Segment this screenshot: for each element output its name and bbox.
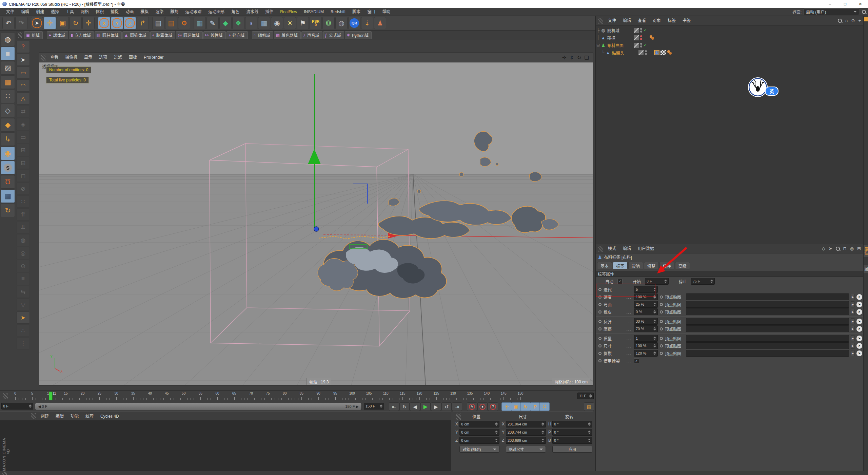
character-icon[interactable]: ♟ [374, 17, 386, 29]
dynamics-tag-icon[interactable] [649, 35, 655, 40]
object-manager-grip[interactable] [598, 18, 603, 24]
menu-窗口[interactable]: 窗口 [364, 8, 379, 16]
track-icon[interactable]: ◎ [850, 246, 854, 251]
layer-toggle-icon[interactable] [638, 50, 644, 55]
maximize-button[interactable]: □ [837, 0, 853, 8]
pan-view-icon[interactable]: ✛ [560, 54, 568, 61]
coords-select-绝对尺寸[interactable]: 绝对尺寸 [506, 446, 546, 453]
menu-角色[interactable]: 角色 [228, 8, 243, 16]
object-row-布料曲面[interactable]: ⊟♟布料曲面✓ [596, 41, 864, 49]
add-scene-icon[interactable]: ▦ [258, 17, 270, 29]
menu-模拟[interactable]: 模拟 [137, 8, 152, 16]
pick-cursor-icon[interactable]: ➤ [856, 350, 862, 356]
stop-field[interactable]: 75 F [691, 278, 715, 285]
menu-渲染[interactable]: 渲染 [152, 8, 167, 16]
layer-toggle-icon[interactable] [634, 43, 639, 48]
expand-icon[interactable]: ▶ [851, 294, 854, 300]
object-menu-书签[interactable]: 书签 [679, 17, 694, 25]
menu-流水线[interactable]: 流水线 [243, 8, 262, 16]
dynamics-tag-icon[interactable] [667, 50, 672, 55]
points-mode-icon[interactable]: ∷ [1, 90, 15, 103]
current-frame-field[interactable]: 11 F [577, 393, 594, 399]
lock-z-icon[interactable]: Z [124, 17, 136, 29]
goto-end-button[interactable]: ⇥ [452, 402, 462, 411]
undo-icon[interactable]: ↶ [2, 17, 15, 29]
keyframe-circle-icon[interactable] [660, 352, 663, 355]
tab-标签[interactable]: 标签 [613, 262, 628, 269]
model-mode-icon[interactable]: ■ [1, 47, 15, 60]
field-button-公式域[interactable]: ƒ公式域 [323, 31, 344, 39]
lasso-selection-tool-icon[interactable]: ◠ [16, 79, 30, 92]
add-environment-icon[interactable]: ❂ [322, 17, 335, 29]
workplane-rotate-icon[interactable]: ↻ [1, 204, 15, 217]
menu-脚本[interactable]: 脚本 [349, 8, 364, 16]
field-button-Python域[interactable]: ✶Python域 [345, 31, 372, 39]
keyframe-circle-icon[interactable] [598, 327, 601, 330]
material-grip[interactable] [31, 413, 36, 419]
menu-动画[interactable]: 动画 [122, 8, 137, 16]
expander-icon[interactable]: ⊟ [596, 43, 600, 48]
attribute-grip[interactable] [598, 246, 603, 252]
keyframe-circle-icon[interactable] [660, 344, 663, 347]
material-menu-纹理[interactable]: 纹理 [82, 412, 97, 420]
vertex-map-field[interactable] [686, 301, 849, 308]
snap-icon[interactable]: Ω [1, 175, 15, 189]
keyframe-circle-icon[interactable] [660, 310, 663, 314]
field-button-球体域[interactable]: ●球体域 [47, 31, 68, 39]
workplane-mode-icon[interactable]: ▦ [1, 75, 15, 89]
viewport-menu-选项[interactable]: 选项 [96, 53, 111, 62]
coords-field-尺寸-X[interactable]: 281.064 cm [506, 421, 546, 428]
rotate-view-icon[interactable]: ↻ [575, 54, 583, 61]
translator-badge[interactable]: 英 [748, 77, 782, 99]
record-parameter-button[interactable]: P [530, 402, 540, 411]
play-cycle-button[interactable]: ↻ [399, 402, 410, 411]
record-keyframe-button[interactable]: ✎ [467, 402, 477, 411]
coords-field-位置-Z[interactable]: 0 cm [459, 437, 499, 444]
realflow-qr-icon[interactable]: QR [348, 17, 360, 29]
loop-button[interactable]: ↺ [441, 402, 452, 411]
simulation-mode-icon[interactable]: S [1, 161, 15, 174]
preview-icon[interactable]: ◇ [822, 246, 825, 251]
field-button-组域[interactable]: ▣组域 [24, 31, 43, 39]
vertex-map-field[interactable] [686, 350, 849, 357]
expand-icon[interactable]: ▶ [851, 326, 854, 332]
keyframe-circle-icon[interactable] [660, 337, 663, 340]
menu-网格[interactable]: 网格 [77, 8, 92, 16]
tab-基本[interactable]: 基本 [597, 262, 612, 269]
pick-cursor-icon[interactable]: ➤ [856, 343, 862, 349]
vertex-map-field[interactable] [686, 293, 849, 300]
keyframe-circle-icon[interactable] [660, 320, 663, 323]
vertex-map-field[interactable] [686, 308, 849, 315]
scale-tool-icon[interactable]: ▣ [57, 17, 69, 29]
edges-mode-icon[interactable]: ◇ [1, 104, 15, 117]
keyframe-circle-icon[interactable] [598, 337, 601, 340]
viewport-menu-摄像机[interactable]: 摄像机 [62, 53, 81, 62]
layer-toggle-icon[interactable] [634, 28, 639, 33]
vertex-map-field[interactable] [686, 318, 849, 325]
record-point-level-button[interactable]: ∷ [539, 402, 550, 411]
apply-button[interactable]: 应用 [552, 446, 592, 453]
record-scale-button[interactable]: ▣ [511, 402, 521, 411]
viewport-canvas[interactable]: 透视视图 Number of emitters: 0 Total live pa… [39, 62, 593, 385]
object-name[interactable]: 碰撞 [607, 35, 632, 41]
polygon-selection-tool-icon[interactable]: △ [16, 92, 30, 104]
coords-field-尺寸-Z[interactable]: 203.689 cm [506, 437, 546, 444]
autokey-button[interactable]: ● [477, 402, 488, 411]
redo-icon[interactable]: ↷ [15, 17, 27, 29]
keyframe-circle-icon[interactable] [598, 352, 601, 355]
viewport-menu-ProRender[interactable]: ProRender [140, 53, 167, 62]
play-button[interactable]: ▶ [420, 402, 431, 411]
attribute-value-field[interactable]: 100 % [634, 342, 658, 349]
keyframe-circle-icon[interactable] [660, 303, 663, 306]
coordinates-grip[interactable] [456, 414, 461, 420]
next-frame-button[interactable]: ▶ [431, 402, 441, 411]
tab-影响[interactable]: 影响 [628, 262, 643, 269]
attribute-value-field[interactable]: 25 % [634, 301, 658, 308]
field-button-线性域[interactable]: ↦线性域 [203, 31, 226, 39]
expand-icon[interactable]: ▶ [851, 309, 854, 315]
pick-cursor-icon[interactable]: ➤ [856, 326, 862, 332]
material-menu-创建[interactable]: 创建 [37, 412, 52, 420]
menu-选择[interactable]: 选择 [47, 8, 62, 16]
field-button-胶囊体域[interactable]: ◖胶囊体域 [150, 31, 176, 39]
search-icon[interactable] [836, 247, 840, 251]
